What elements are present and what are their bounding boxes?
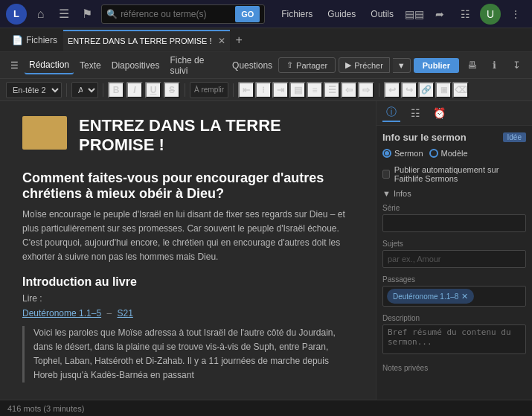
sp-tab-info[interactable]: ⓘ — [382, 104, 400, 122]
toolbar-right: ⇧ Partager ▶ Précher ▼ Publier 🖶 ℹ ↧ — [278, 56, 526, 75]
more-icon[interactable]: ⋮ — [505, 4, 526, 25]
nav-outils[interactable]: Outils — [365, 6, 400, 22]
library-icon[interactable]: ☰ — [54, 4, 73, 25]
preach-label: Précher — [354, 61, 383, 70]
sp-tab-list[interactable]: ☷ — [406, 104, 424, 122]
sep2 — [103, 83, 103, 97]
sp-tab-clock[interactable]: ⏰ — [430, 104, 448, 122]
link-button[interactable]: 🔗 — [418, 82, 435, 98]
side-panel: ⓘ ☷ ⏰ Info sur le sermon Idée Sermon Mod… — [376, 101, 532, 416]
status-bar: 416 mots (3 minutes) — [0, 400, 532, 416]
indent-button[interactable]: ⇨ — [358, 82, 374, 98]
fill-button[interactable]: À remplir — [190, 82, 228, 98]
side-panel-content: Info sur le sermon Idée Sermon Modèle Pu… — [376, 126, 532, 416]
share-icon[interactable]: ➦ — [429, 4, 450, 25]
main-layout: ENTREZ DANS LA TERRE PROMISE ! Comment f… — [0, 101, 532, 416]
menu-redaction[interactable]: Rédaction — [25, 57, 74, 74]
delete-button[interactable]: ⌫ — [452, 82, 469, 98]
sermon-thumbnail — [22, 116, 67, 150]
outdent-button[interactable]: ⇦ — [341, 82, 357, 98]
format-bar: En-tête 2 Aa B I U S À remplir ⇤ ⁝ ⇥ ▤ ≡… — [0, 79, 532, 101]
align-center-button[interactable]: ⁝ — [255, 82, 272, 98]
sep4 — [233, 83, 234, 97]
user-icon[interactable]: U — [480, 4, 501, 25]
paragraph-encourage: Moïse encourage le peuple d'Israël en lu… — [22, 208, 353, 265]
share-button[interactable]: ⇧ Partager — [278, 57, 336, 73]
auto-publish-checkbox[interactable]: Publier automatiquement sur Faithlife Se… — [382, 165, 526, 183]
preach-icon: ▶ — [345, 60, 351, 70]
strikethrough-button[interactable]: S — [164, 82, 180, 98]
description-field: Description — [382, 314, 526, 356]
sermon-title-block: ENTREZ DANS LA TERRE PROMISE ! — [22, 116, 353, 156]
toolbar-menu-toggle[interactable]: ☰ — [6, 57, 23, 74]
preach-button[interactable]: ▶ Précher — [339, 57, 390, 73]
print-icon[interactable]: 🖶 — [462, 56, 481, 75]
sujets-input[interactable] — [382, 250, 526, 268]
side-panel-tabs: ⓘ ☷ ⏰ — [376, 101, 532, 126]
add-tab-button[interactable]: + — [233, 33, 246, 47]
sep5 — [379, 83, 379, 97]
underline-button[interactable]: U — [145, 82, 161, 98]
go-button[interactable]: GO — [235, 6, 260, 22]
publish-button[interactable]: Publier — [414, 58, 459, 73]
align-justify-button[interactable]: ▤ — [289, 82, 306, 98]
read-label: Lire : — [22, 293, 353, 304]
active-tab[interactable]: ENTREZ DANS LA TERRE PROMISE ! ✕ — [63, 30, 230, 51]
nav-guides[interactable]: Guides — [321, 6, 362, 22]
quote-block: Voici les paroles que Moïse adressa à to… — [22, 326, 353, 383]
list-ol-button[interactable]: ☰ — [324, 82, 340, 98]
main-question-heading: Comment faites-vous pour encourager d'au… — [22, 170, 353, 202]
search-input[interactable] — [121, 9, 232, 19]
tab-close-button[interactable]: ✕ — [218, 36, 225, 46]
description-textarea[interactable] — [382, 324, 526, 354]
passage-tag: Deutéronome 1.1–8 ✕ — [387, 289, 474, 304]
grid-icon[interactable]: ▤▤ — [404, 4, 425, 25]
file-icon: 📄 — [12, 35, 23, 45]
nav-fichiers[interactable]: Fichiers — [275, 6, 318, 22]
sujets-field: Sujets — [382, 240, 526, 268]
bold-button[interactable]: B — [108, 82, 124, 98]
intro-heading: Introduction au livre — [22, 275, 353, 289]
redo-button[interactable]: ↪ — [401, 82, 417, 98]
expand-icon[interactable]: ↧ — [507, 56, 526, 75]
infos-section: ▼ Infos Série Sujets Passages Deutéronom… — [382, 189, 526, 372]
infos-header[interactable]: ▼ Infos — [382, 189, 526, 198]
align-left-button[interactable]: ⇤ — [238, 82, 254, 98]
fontsize-select[interactable]: Aa — [71, 82, 98, 98]
cart-icon[interactable]: ☷ — [455, 4, 475, 25]
idea-button[interactable]: Idée — [503, 132, 526, 142]
menu-texte[interactable]: Texte — [75, 57, 106, 74]
info-icon[interactable]: ℹ — [484, 56, 504, 75]
sep1 — [66, 83, 67, 97]
menu-diapositives[interactable]: Diapositives — [107, 57, 164, 74]
serie-field: Série — [382, 204, 526, 232]
menu-questions[interactable]: Questions — [228, 57, 277, 74]
scripture-ref-1[interactable]: Deutéronome 1.1–5 — [22, 308, 101, 319]
list-ul-button[interactable]: ≡ — [307, 82, 323, 98]
home-icon[interactable]: ⌂ — [31, 4, 50, 25]
passage-tag-text: Deutéronome 1.1–8 — [393, 292, 458, 301]
app-logo: L — [6, 4, 27, 25]
sujets-label: Sujets — [382, 240, 526, 248]
scripture-refs: Deutéronome 1.1–5 – S21 — [22, 308, 353, 319]
radio-modele[interactable]: Modèle — [429, 149, 468, 158]
undo-button[interactable]: ↩ — [384, 82, 400, 98]
share-label: Partager — [296, 61, 327, 70]
bookmark-icon[interactable]: ⚑ — [78, 4, 97, 25]
align-right-button[interactable]: ⇥ — [272, 82, 289, 98]
preach-dropdown-button[interactable]: ▼ — [393, 58, 411, 73]
serie-input[interactable] — [382, 214, 526, 232]
file-sidebar-button[interactable]: 📄 Fichiers — [6, 30, 63, 51]
radio-modele-dot — [429, 149, 438, 158]
style-select[interactable]: En-tête 2 — [6, 82, 62, 98]
insert-button[interactable]: ▣ — [435, 82, 452, 98]
italic-button[interactable]: I — [126, 82, 143, 98]
radio-sermon[interactable]: Sermon — [382, 149, 423, 158]
passages-label: Passages — [382, 275, 526, 284]
scripture-ref-2[interactable]: S21 — [117, 308, 132, 319]
checkbox-box — [382, 170, 390, 179]
passage-tag-remove[interactable]: ✕ — [461, 292, 468, 301]
editor-area: ENTREZ DANS LA TERRE PROMISE ! Comment f… — [0, 101, 376, 416]
menu-fiche[interactable]: Fiche de suivi — [165, 52, 226, 79]
notes-label: Notes privées — [382, 364, 526, 372]
